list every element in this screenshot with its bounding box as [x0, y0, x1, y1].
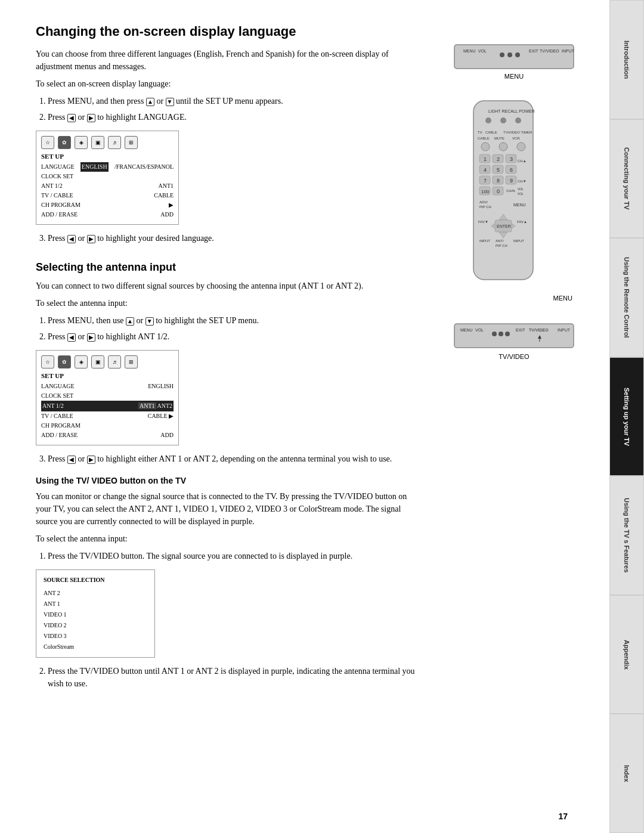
- svg-point-5: [515, 52, 520, 57]
- source-box: SOURCE SELECTION ANT 2 ANT 1 VIDEO 1 VID…: [36, 569, 155, 658]
- svg-text:9: 9: [510, 178, 513, 184]
- left-column: Changing the on-screen display language …: [36, 24, 419, 696]
- main-content: Changing the on-screen display language …: [0, 0, 609, 833]
- sidebar-tab-features[interactable]: Using the TV s Features: [609, 476, 644, 595]
- svg-text:100: 100: [481, 189, 490, 194]
- svg-point-68: [492, 332, 497, 336]
- svg-point-3: [500, 52, 504, 57]
- icon-grid: ⊞: [125, 136, 138, 149]
- menu1-row-ant: ANT 1/2 ANT1: [41, 181, 174, 191]
- source-item-colorstream: ColorStream: [44, 642, 147, 652]
- svg-rect-0: [454, 45, 574, 69]
- section2-title: Selecting the antenna input: [36, 261, 419, 274]
- icon2-grid: ⊞: [125, 355, 138, 368]
- svg-text:8: 8: [497, 178, 500, 184]
- svg-text:INPUT: INPUT: [558, 328, 571, 332]
- svg-text:MENU: MENU: [513, 203, 526, 207]
- svg-text:CH▲: CH▲: [518, 159, 527, 163]
- icon-square: ▣: [91, 136, 104, 149]
- svg-text:1: 1: [484, 156, 487, 162]
- section2-intro2: To select the antenna input:: [36, 297, 419, 309]
- svg-point-70: [505, 332, 510, 336]
- menu2-row-clock: CLOCK SET: [41, 391, 174, 401]
- svg-point-21: [499, 143, 507, 151]
- step1-3: Press ◀ or ▶ to highlight your desired l…: [48, 232, 419, 244]
- svg-point-20: [481, 143, 490, 151]
- svg-text:EXIT: EXIT: [529, 49, 538, 53]
- right-column: MENU VOL EXIT TV/VIDEO INPUT MENU: [436, 24, 592, 696]
- section3-intro1: You can monitor or change the signal sou…: [36, 490, 419, 528]
- section1-step3: Press ◀ or ▶ to highlight your desired l…: [48, 232, 419, 244]
- sidebar-tab-index[interactable]: Index: [609, 714, 644, 833]
- menu1-row-language: LANGUAGE ENGLISH/FRANCAIS/ESPANOL: [41, 162, 174, 172]
- source-title: SOURCE SELECTION: [44, 575, 147, 586]
- svg-text:TV: TV: [478, 131, 482, 134]
- menu-icons-1: ☆ ✿ ◈ ▣ ♬ ⊞: [41, 136, 174, 149]
- source-item-video2: VIDEO 2: [44, 620, 147, 631]
- svg-text:MENU: MENU: [463, 49, 476, 53]
- two-column-layout: Changing the on-screen display language …: [36, 24, 592, 696]
- menu-box-1: ☆ ✿ ◈ ▣ ♬ ⊞ SET UP LANGUAGE ENGLISH/FRAN…: [36, 131, 179, 225]
- section3-step2: Press the TV/VIDEO button until ANT 1 or…: [48, 665, 419, 690]
- section1-steps: Press MENU, and then press ▲ or ▼ Press …: [48, 95, 419, 123]
- step2-2: Press ◀ or ▶ to highlight ANT 1/2.: [48, 330, 419, 343]
- left-arrow-icon: ◀: [67, 114, 76, 122]
- right-arrow2-icon: ▶: [87, 235, 95, 243]
- svg-text:INPUT: INPUT: [479, 239, 490, 243]
- menu1-title: SET UP: [41, 153, 174, 160]
- svg-text:ANT/: ANT/: [496, 239, 504, 243]
- svg-text:MUTE: MUTE: [494, 137, 504, 140]
- source-item-ant1: ANT 1: [44, 599, 147, 609]
- sidebar-tab-setting-up[interactable]: Setting up your TV: [609, 357, 644, 476]
- svg-text:VOL: VOL: [518, 187, 524, 191]
- svg-text:PIP CH: PIP CH: [479, 205, 491, 209]
- icon-diamond: ◈: [75, 136, 88, 149]
- left-arrow4-icon: ◀: [67, 456, 76, 464]
- remote-container: LIGHT RECALL POWER TV CABLE TV/VIDEO TIM…: [456, 98, 572, 303]
- left-arrow2-icon: ◀: [67, 235, 76, 243]
- source-item-video3: VIDEO 3: [44, 631, 147, 642]
- svg-text:ENTER: ENTER: [497, 224, 511, 228]
- svg-point-69: [499, 332, 503, 336]
- svg-text:TV/VIDEO TIMER: TV/VIDEO TIMER: [503, 131, 532, 134]
- menu2-row-adderase: ADD / ERASE ADD: [41, 431, 174, 440]
- svg-text:VOL: VOL: [518, 192, 524, 196]
- menu-box-2: ☆ ✿ ◈ ▣ ♬ ⊞ SET UP LANGUAGE ENGLISH: [36, 350, 179, 445]
- menu1-row-chprogram: CH PROGRAM ▶: [41, 200, 174, 210]
- svg-text:3: 3: [510, 156, 513, 162]
- menu2-title: SET UP: [41, 372, 174, 379]
- menu1-rows: LANGUAGE ENGLISH/FRANCAIS/ESPANOL CLOCK …: [41, 162, 174, 219]
- step2-1: Press MENU, then use ▲ or ▼ to highlight…: [48, 314, 419, 327]
- svg-text:5: 5: [497, 167, 500, 173]
- page-wrapper: Changing the on-screen display language …: [0, 0, 644, 833]
- left-arrow3-icon: ◀: [67, 333, 76, 342]
- tv-panel-bottom-svg: MENU VOL EXIT TV/VIDEO INPUT: [451, 321, 577, 352]
- source-item-ant2: ANT 2: [44, 588, 147, 599]
- svg-text:TV/VIDEO: TV/VIDEO: [540, 49, 559, 53]
- svg-text:0: 0: [497, 188, 500, 194]
- svg-text:TV/VIDEO: TV/VIDEO: [529, 328, 549, 332]
- sidebar-tab-introduction[interactable]: Introduction: [609, 0, 644, 119]
- icon2-star: ☆: [41, 355, 54, 368]
- sidebar-tab-appendix[interactable]: Appendix: [609, 595, 644, 714]
- sidebar-tab-connecting[interactable]: Connecting your TV: [609, 119, 644, 239]
- svg-point-4: [507, 52, 512, 57]
- svg-point-13: [515, 117, 521, 123]
- menu-label-top: MENU: [504, 73, 524, 80]
- svg-text:CABLE: CABLE: [478, 137, 490, 140]
- icon2-diamond: ◈: [75, 355, 88, 368]
- section2-intro1: You can connect to two different signal …: [36, 280, 419, 292]
- svg-text:PIP CH: PIP CH: [496, 244, 507, 247]
- right-arrow3-icon: ▶: [87, 333, 95, 342]
- up-arrow3-icon: ▲: [126, 317, 134, 326]
- svg-point-12: [500, 117, 506, 123]
- svg-text:4: 4: [484, 167, 487, 173]
- svg-text:CH▼: CH▼: [518, 179, 527, 183]
- tvvideo-label: TV/VIDEO: [499, 353, 529, 360]
- source-item-video1: VIDEO 1: [44, 609, 147, 620]
- svg-text:CH/N: CH/N: [506, 189, 515, 193]
- sidebar-tab-remote[interactable]: Using the Remote Control: [609, 238, 644, 357]
- svg-text:VOL: VOL: [475, 328, 484, 332]
- svg-rect-65: [454, 324, 574, 348]
- page-number: 17: [558, 812, 568, 821]
